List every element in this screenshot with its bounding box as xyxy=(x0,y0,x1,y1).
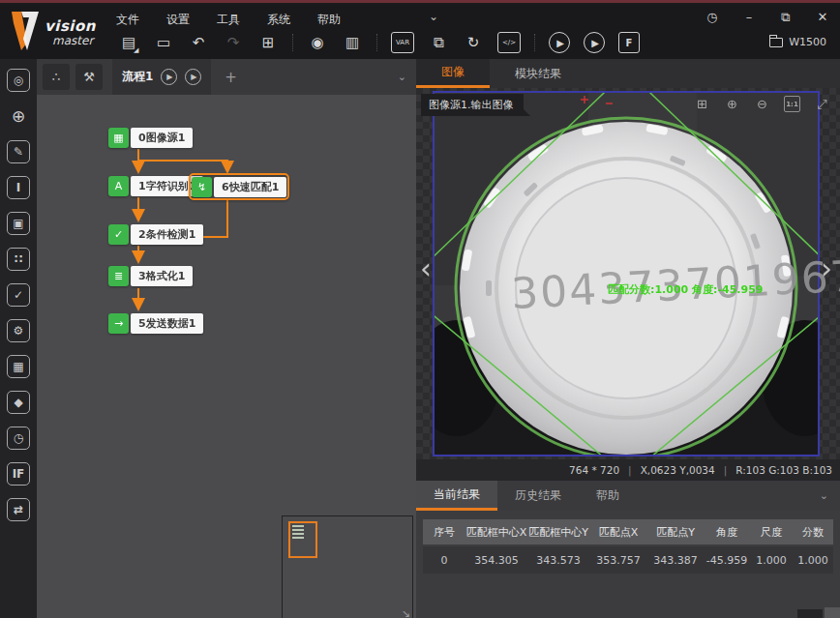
restore-button[interactable]: ⧉ xyxy=(778,10,794,25)
variables-icon[interactable]: VAR xyxy=(391,32,414,53)
zoom-in-icon[interactable]: ⊕ xyxy=(724,96,740,112)
flow-settings-wrench-icon[interactable]: ⚒ xyxy=(75,64,103,90)
save-locked-icon[interactable]: ⊞ xyxy=(257,32,279,53)
flow-canvas[interactable]: ▦ 0图像源1 A 1字符识别1 ↯ 6快速匹配1 ✓ 2条件检测1 ≣ 3格式… xyxy=(37,95,416,618)
pixel-rgb: R:103 G:103 B:103 xyxy=(735,464,832,476)
result-collapse-chevron-icon[interactable]: ⌄ xyxy=(820,489,828,502)
minimap-resize-icon[interactable]: ↘ xyxy=(402,607,410,618)
run-once-icon[interactable]: ▶ xyxy=(549,32,570,53)
flow-header: ∴ ⚒ 流程1 ▶ ▶ + ⌄ xyxy=(37,59,416,95)
fit-window-icon[interactable]: ⊞ xyxy=(694,96,710,112)
flow-node-format[interactable]: ≣ 3格式化1 xyxy=(108,265,193,286)
app-logo: vision master xyxy=(10,10,110,56)
module-columns-icon[interactable]: ▥ xyxy=(342,32,363,53)
menu-system[interactable]: 系统 xyxy=(267,12,290,28)
flow-run-loop-icon[interactable]: ▶ xyxy=(185,69,201,85)
measure-check-icon[interactable]: ✓ xyxy=(7,283,30,307)
image-tab-bar: 图像 模块结果 xyxy=(416,59,840,88)
minimize-button[interactable]: – xyxy=(741,10,757,25)
flow-minimap[interactable]: ↘ xyxy=(282,515,413,618)
tab-help[interactable]: 帮助 xyxy=(579,481,637,511)
image-config-icon[interactable]: ⚙ xyxy=(7,319,30,342)
node-label: 0图像源1 xyxy=(131,128,193,148)
col-match-center-y: 匹配框中心Y xyxy=(527,525,589,540)
script-icon[interactable]: </> xyxy=(497,32,521,53)
global-refresh-icon[interactable]: ↻ xyxy=(463,32,484,53)
image-size: 764 * 720 xyxy=(569,464,619,476)
tab-history-result[interactable]: 历史结果 xyxy=(497,481,579,511)
workspace-folder-icon xyxy=(769,38,783,47)
workspace-indicator[interactable]: W1500 xyxy=(769,36,826,48)
logo-text-vision: vision xyxy=(45,17,96,35)
minimap-viewport[interactable] xyxy=(288,521,317,558)
data-exchange-icon[interactable]: ⇄ xyxy=(7,498,30,521)
resize-grip[interactable] xyxy=(825,607,840,618)
next-image-arrow[interactable]: › xyxy=(821,254,832,283)
col-match-center-x: 匹配框中心X xyxy=(465,525,527,540)
table-row[interactable]: 0 354.305 343.573 353.757 343.387 -45.95… xyxy=(423,546,833,574)
image-acquisition-icon[interactable]: ◎ xyxy=(7,69,30,92)
open-icon[interactable]: ▭ xyxy=(153,32,174,53)
flow-node-char-recognition[interactable]: A 1字符识别1 xyxy=(108,175,203,196)
undo-icon[interactable]: ↶ xyxy=(188,32,209,53)
flow-run-once-icon[interactable]: ▶ xyxy=(161,69,177,85)
flow-node-image-source[interactable]: ▦ 0图像源1 xyxy=(108,127,193,148)
col-index: 序号 xyxy=(423,525,465,540)
flow-tab-label: 流程1 xyxy=(122,69,153,85)
one-to-one-icon[interactable]: 1:1 xyxy=(784,96,800,112)
redo-icon[interactable]: ↷ xyxy=(223,32,244,53)
location-target-icon[interactable]: ⊕ xyxy=(7,104,30,128)
cursor-coords: X,0623 Y,0034 xyxy=(641,464,715,476)
app-window: vision master 文件 设置 工具 系统 帮助 ⌄ ◷ – ⧉ ✕ ▤… xyxy=(0,0,840,618)
image-status-bar: 764 * 720 | X,0623 Y,0034 | R:103 G:103 … xyxy=(416,459,840,481)
format-f-icon[interactable]: F xyxy=(618,32,640,53)
undo-dropdown-caret-icon[interactable]: ◢ xyxy=(134,46,138,54)
result-table: 序号 匹配框中心X 匹配框中心Y 匹配点X 匹配点Y 角度 尺度 分数 0 35… xyxy=(423,519,833,574)
flow-tab[interactable]: 流程1 ▶ ▶ xyxy=(112,59,211,95)
zoom-out-icon[interactable]: ⊖ xyxy=(754,96,770,112)
feature-match-icon[interactable]: ∷ xyxy=(7,248,30,271)
node-label: 6快速匹配1 xyxy=(214,177,286,197)
tab-current-result[interactable]: 当前结果 xyxy=(416,481,497,511)
table-header-row: 序号 匹配框中心X 匹配框中心Y 匹配点X 匹配点Y 角度 尺度 分数 xyxy=(423,519,833,544)
image-viewer[interactable]: 304373701967 匹配分数:1.000 角度:-45.959 图像源1.… xyxy=(416,88,840,459)
run-continuous-icon[interactable]: ▶ xyxy=(584,32,605,53)
node-label: 3格式化1 xyxy=(131,266,193,286)
toolbar-separator xyxy=(292,34,293,51)
timer-icon[interactable]: ◷ xyxy=(7,427,30,450)
fast-match-node-icon: ↯ xyxy=(192,177,212,197)
histogram-icon[interactable]: ▦ xyxy=(7,355,30,378)
image-edit-icon[interactable]: ✎ xyxy=(7,140,30,163)
fullscreen-icon[interactable]: ⤢ xyxy=(814,96,830,112)
flow-node-fast-match[interactable]: ↯ 6快速匹配1 xyxy=(192,176,286,197)
col-match-point-x: 匹配点X xyxy=(589,525,647,540)
flow-list-icon[interactable]: ∴ xyxy=(43,64,70,90)
node-label: 5发送数据1 xyxy=(131,313,203,334)
prev-image-arrow[interactable]: ‹ xyxy=(420,254,432,283)
flow-node-send-data[interactable]: → 5发送数据1 xyxy=(108,312,203,334)
close-button[interactable]: ✕ xyxy=(815,10,830,25)
tool-sidebar: ◎ ⊕ ✎ I ▣ ∷ ✓ ⚙ ▦ ◆ ◷ IF ⇄ xyxy=(0,59,37,618)
text-recognition-icon[interactable]: I xyxy=(7,176,30,199)
flow-node-condition-check[interactable]: ✓ 2条件检测1 xyxy=(108,223,203,245)
tab-module-result[interactable]: 模块结果 xyxy=(490,59,586,88)
logic-if-icon[interactable]: IF xyxy=(7,462,30,486)
result-table-area: 序号 匹配框中心X 匹配框中心Y 匹配点X 匹配点Y 角度 尺度 分数 0 35… xyxy=(416,511,840,618)
add-flow-button[interactable]: + xyxy=(225,69,237,86)
menu-settings[interactable]: 设置 xyxy=(166,12,190,28)
titlebar-collapse-chevron-icon[interactable]: ⌄ xyxy=(414,10,453,23)
pages-icon[interactable]: ⧉ xyxy=(428,32,449,53)
condition-check-node-icon: ✓ xyxy=(108,224,129,245)
menu-help[interactable]: 帮助 xyxy=(317,12,341,28)
color-tool-icon[interactable]: ◆ xyxy=(7,391,30,414)
format-node-icon: ≣ xyxy=(108,266,129,286)
menu-tools[interactable]: 工具 xyxy=(217,12,240,28)
image-source-selector[interactable]: 图像源1.输出图像 xyxy=(421,94,524,116)
flow-header-chevron-icon[interactable]: ⌄ xyxy=(398,71,406,83)
camera-icon[interactable]: ◉ xyxy=(307,32,328,53)
menu-file[interactable]: 文件 xyxy=(116,12,139,28)
logo-v-icon xyxy=(10,10,43,52)
performance-gauge-icon[interactable]: ◷ xyxy=(705,10,720,25)
tab-image[interactable]: 图像 xyxy=(416,59,490,88)
focus-region-icon[interactable]: ▣ xyxy=(7,212,30,235)
